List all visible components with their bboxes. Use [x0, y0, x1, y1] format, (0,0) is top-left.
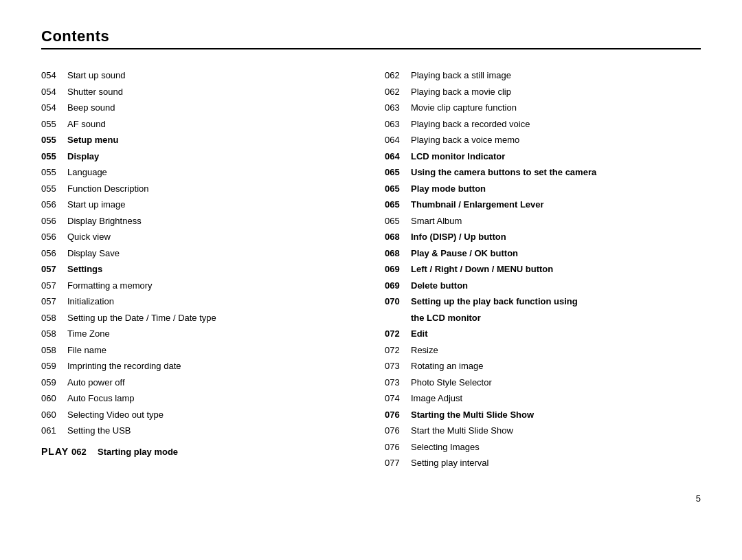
entry-label: Auto Focus lamp: [67, 392, 135, 405]
entry-label: Resize: [411, 344, 438, 357]
toc-entry: 072Resize: [385, 344, 701, 357]
entry-label: Image Adjust: [411, 392, 462, 405]
entry-label: Quick view: [67, 230, 111, 244]
play-label: PLAY: [41, 446, 69, 457]
entry-label: Language: [67, 166, 107, 179]
entry-label: Play mode button: [411, 182, 486, 196]
page-number-cell: 076: [385, 408, 411, 422]
page-number: 5: [41, 493, 701, 504]
page-number-cell: 060: [41, 408, 67, 422]
toc-entry: 055Function Description: [41, 182, 357, 196]
entry-label: Setting up the Date / Time / Date type: [67, 311, 216, 325]
page-number-cell: 055: [41, 117, 67, 131]
page-number-cell: 063: [385, 101, 411, 115]
toc-entry: the LCD monitor: [385, 311, 701, 325]
entry-label: Playing back a movie clip: [411, 85, 511, 99]
play-page-num: 062: [71, 447, 98, 457]
entry-label: Play & Pause / OK button: [411, 247, 518, 260]
toc-entry: 064LCD monitor Indicator: [385, 150, 701, 164]
page-number-cell: 058: [41, 327, 67, 341]
contents-columns: 054Start up sound054Shutter sound054Beep…: [41, 69, 701, 473]
page-number-cell: 056: [41, 198, 67, 212]
entry-label: Formatting a memory: [67, 279, 153, 293]
entry-label: Settings: [67, 262, 102, 276]
toc-entry: 059Imprinting the recording date: [41, 359, 357, 373]
page-number-cell: 072: [385, 327, 411, 341]
toc-entry: 072Edit: [385, 327, 701, 341]
entry-label: LCD monitor Indicator: [411, 150, 505, 164]
toc-entry: 058File name: [41, 344, 357, 357]
page-number-cell: 064: [385, 133, 411, 147]
toc-entry: 062Playing back a still image: [385, 69, 701, 82]
toc-entry: 068Info (DISP) / Up button: [385, 230, 701, 244]
entry-label: Start up sound: [67, 69, 126, 82]
toc-entry: 069Left / Right / Down / MENU button: [385, 262, 701, 276]
toc-entry: 068Play & Pause / OK button: [385, 247, 701, 260]
entry-label: Time Zone: [67, 327, 110, 341]
page-number-cell: 077: [385, 456, 411, 470]
page-number-cell: 061: [41, 424, 67, 438]
page-number-cell: 076: [385, 424, 411, 438]
entry-label: Playing back a voice memo: [411, 133, 519, 147]
toc-entry: 057Settings: [41, 262, 357, 276]
page-number-cell: 063: [385, 117, 411, 131]
entry-label: Display: [67, 150, 99, 164]
entry-label: Info (DISP) / Up button: [411, 230, 506, 244]
page-number-cell: 055: [41, 182, 67, 196]
page-number-cell: 068: [385, 230, 411, 244]
page-number-cell: 073: [385, 359, 411, 373]
toc-entry: 062Playing back a movie clip: [385, 85, 701, 99]
page-number-cell: 058: [41, 311, 67, 325]
entry-label: AF sound: [67, 117, 106, 131]
page-number-cell: 062: [385, 69, 411, 82]
page-number-cell: 064: [385, 150, 411, 164]
toc-entry: 059Auto power off: [41, 376, 357, 390]
page-number-cell: 065: [385, 198, 411, 212]
entry-label: Imprinting the recording date: [67, 359, 181, 373]
toc-entry: 056Display Brightness: [41, 214, 357, 228]
page-number-cell: 076: [385, 440, 411, 454]
entry-label: the LCD monitor: [411, 311, 481, 325]
page-number-cell: 072: [385, 344, 411, 357]
entry-label: File name: [67, 344, 106, 357]
title-divider: [41, 48, 701, 49]
play-section-row: PLAY062Starting play mode: [41, 446, 357, 457]
entry-label: Display Save: [67, 247, 120, 260]
page-title: Contents: [41, 27, 701, 45]
page-number-cell: 065: [385, 166, 411, 179]
toc-entry: 065Using the camera buttons to set the c…: [385, 166, 701, 179]
left-column: 054Start up sound054Shutter sound054Beep…: [41, 69, 357, 473]
entry-label: Thumbnail / Enlargement Lever: [411, 198, 544, 212]
toc-entry: 055Setup menu: [41, 133, 357, 147]
entry-label: Selecting Images: [411, 440, 480, 454]
toc-entry: 065Play mode button: [385, 182, 701, 196]
right-column: 062Playing back a still image062Playing …: [385, 69, 701, 473]
entry-label: Playing back a still image: [411, 69, 511, 82]
entry-label: Start up image: [67, 198, 126, 212]
entry-label: Playing back a recorded voice: [411, 117, 530, 131]
page-number-cell: 069: [385, 262, 411, 276]
page-number-cell: 065: [385, 214, 411, 228]
entry-label: Setting the USB: [67, 424, 131, 438]
page-number-cell: 054: [41, 69, 67, 82]
page-number-cell: 074: [385, 392, 411, 405]
entry-label: Shutter sound: [67, 85, 123, 99]
page-number-cell: 062: [385, 85, 411, 99]
page-number-cell: 054: [41, 85, 67, 99]
entry-label: Edit: [411, 327, 428, 341]
entry-label: Movie clip capture function: [411, 101, 517, 115]
page-number-cell: 068: [385, 247, 411, 260]
toc-entry: 055Language: [41, 166, 357, 179]
toc-entry: 061Setting the USB: [41, 424, 357, 438]
toc-entry: 065Smart Album: [385, 214, 701, 228]
toc-entry: 054Beep sound: [41, 101, 357, 115]
entry-label: Setup menu: [67, 133, 118, 147]
entry-label: Setting play interval: [411, 456, 488, 470]
entry-label: Left / Right / Down / MENU button: [411, 262, 553, 276]
toc-entry: 076Starting the Multi Slide Show: [385, 408, 701, 422]
page-number-cell: 055: [41, 150, 67, 164]
entry-label: Initialization: [67, 295, 114, 309]
toc-entry: 056Quick view: [41, 230, 357, 244]
toc-entry: 064Playing back a voice memo: [385, 133, 701, 147]
play-entry-text: Starting play mode: [98, 447, 178, 457]
